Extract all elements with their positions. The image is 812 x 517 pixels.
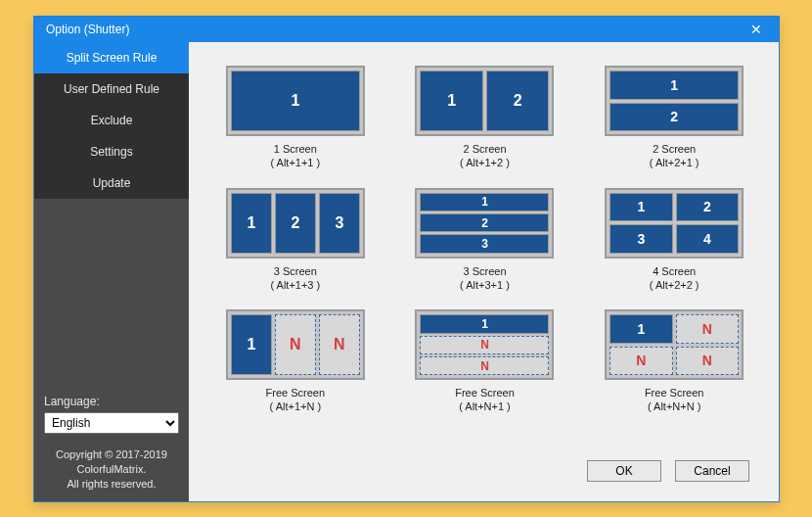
diagram-icon: 1 N N [226,309,365,380]
language-label: Language: [44,395,179,408]
layout-2-screen-cols[interactable]: 1 2 2 Screen ( Alt+1+2 ) [406,66,564,170]
sidebar-item-update[interactable]: Update [34,167,189,199]
sidebar-item-label: Update [93,176,131,190]
sidebar-spacer [34,199,189,395]
language-select[interactable]: English [44,412,179,434]
button-label: Cancel [694,464,730,478]
sidebar-item-settings[interactable]: Settings [34,136,189,167]
copyright-line: All rights reserved. [38,477,185,492]
sidebar-item-user-defined-rule[interactable]: User Defined Rule [34,73,189,105]
diagram-icon: 1 N N [415,309,554,380]
close-icon[interactable]: ✕ [744,22,769,37]
sidebar-item-label: User Defined Rule [64,82,159,96]
layout-title: 3 Screen [270,264,320,278]
window-title: Option (Shutter) [46,23,744,36]
layout-shortcut: ( Alt+N+N ) [645,400,704,413]
diagram-icon: 1 2 [415,66,554,136]
sidebar-item-label: Split Screen Rule [67,51,158,65]
sidebar-item-exclude[interactable]: Exclude [34,105,189,136]
main-panel: 1 1 Screen ( Alt+1+1 ) 1 2 [189,42,779,501]
cancel-button[interactable]: Cancel [675,460,749,482]
diagram-icon: 1 2 3 4 [605,188,744,258]
diagram-icon: 1 2 3 [226,188,365,258]
layout-title: 4 Screen [650,264,699,278]
dialog-footer: OK Cancel [216,456,753,492]
layout-shortcut: ( Alt+1+N ) [266,400,326,413]
layout-caption: Free Screen ( Alt+N+1 ) [455,386,515,414]
layout-caption: 4 Screen ( Alt+2+2 ) [650,264,699,293]
sidebar-item-label: Exclude [91,114,133,127]
layout-caption: 2 Screen ( Alt+2+1 ) [650,142,699,170]
layout-shortcut: ( Alt+3+1 ) [460,278,510,292]
diagram-icon: 1 2 [605,66,744,136]
layout-shortcut: ( Alt+N+1 ) [455,400,515,413]
options-dialog: Option (Shutter) ✕ Split Screen Rule Use… [33,16,780,502]
layout-title: 2 Screen [650,142,699,156]
layout-caption: 3 Screen ( Alt+1+3 ) [270,264,320,293]
layout-free-1-n[interactable]: 1 N N Free Screen ( Alt+1+N ) [216,309,375,414]
layout-title: 1 Screen [270,142,320,156]
layout-grid: 1 1 Screen ( Alt+1+1 ) 1 2 [216,66,753,456]
copyright-line: ColorfulMatrix. [38,462,185,477]
layout-free-n-n[interactable]: 1 N N N Free Screen ( Alt+N+N ) [595,309,753,414]
language-block: Language: English [34,395,189,442]
layout-3-screen-cols[interactable]: 1 2 3 3 Screen ( Alt+1+3 ) [216,188,375,293]
layout-2-screen-rows[interactable]: 1 2 2 Screen ( Alt+2+1 ) [595,66,753,170]
layout-shortcut: ( Alt+1+1 ) [270,156,320,169]
dialog-body: Split Screen Rule User Defined Rule Excl… [34,42,779,501]
layout-caption: 2 Screen ( Alt+1+2 ) [460,142,510,170]
sidebar-item-label: Settings [90,145,132,159]
layout-4-screen[interactable]: 1 2 3 4 4 Screen ( Alt+2+2 ) [595,188,753,293]
layout-title: 2 Screen [460,142,510,156]
layout-title: Free Screen [645,386,704,400]
layout-title: Free Screen [266,386,326,400]
layout-caption: Free Screen ( Alt+N+N ) [645,386,704,414]
copyright-line: Copyright © 2017-2019 [38,447,185,462]
layout-3-screen-rows[interactable]: 1 2 3 3 Screen ( Alt+3+1 ) [406,188,564,293]
layout-caption: 3 Screen ( Alt+3+1 ) [460,264,510,293]
sidebar-item-split-screen-rule[interactable]: Split Screen Rule [34,42,189,73]
layout-shortcut: ( Alt+2+2 ) [650,278,699,292]
sidebar: Split Screen Rule User Defined Rule Excl… [34,42,189,501]
copyright: Copyright © 2017-2019 ColorfulMatrix. Al… [34,442,189,501]
layout-shortcut: ( Alt+1+3 ) [270,278,320,292]
layout-1-screen[interactable]: 1 1 Screen ( Alt+1+1 ) [216,66,375,170]
button-label: OK [615,464,632,478]
layout-caption: 1 Screen ( Alt+1+1 ) [270,142,320,170]
layout-shortcut: ( Alt+2+1 ) [650,156,699,169]
layout-shortcut: ( Alt+1+2 ) [460,156,510,169]
titlebar: Option (Shutter) ✕ [34,17,779,42]
layout-free-n-1[interactable]: 1 N N Free Screen ( Alt+N+1 ) [406,309,564,414]
layout-caption: Free Screen ( Alt+1+N ) [266,386,326,414]
layout-title: 3 Screen [460,264,510,278]
layout-title: Free Screen [455,386,515,400]
diagram-icon: 1 2 3 [415,188,554,258]
diagram-icon: 1 N N N [605,309,744,380]
diagram-icon: 1 [226,66,365,136]
ok-button[interactable]: OK [587,460,661,482]
